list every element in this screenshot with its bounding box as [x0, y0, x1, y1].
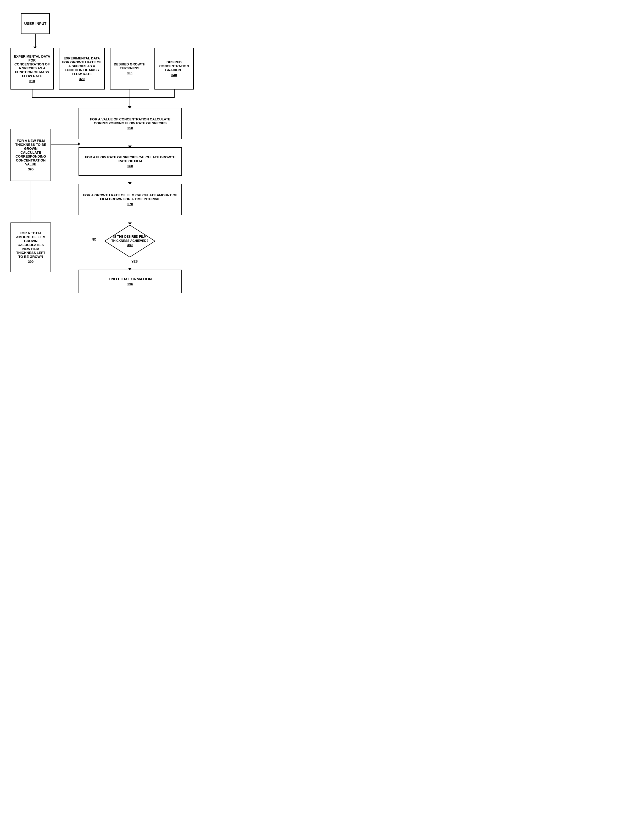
diamond-380-text: IS THE DESIRED FILM THICKNESS ACHIEVED? …	[104, 235, 156, 247]
line-merge-down	[130, 98, 130, 107]
arrowhead-395-right	[78, 142, 80, 146]
box-320-num: 320	[79, 77, 85, 81]
box-395: FOR A NEW FILM THICKNESS TO BE GROWN CAL…	[10, 129, 51, 181]
box-310-label: EXPERIMENTAL DATA FOR CONCENTRATION OF A…	[14, 54, 51, 78]
box-330-num: 330	[127, 71, 133, 75]
box-370: FOR A GROWTH RATE OF FILM CALCULATE AMOU…	[78, 184, 182, 215]
box-320: EXPERIMENTAL DATA FOR GROWTH RATE OF A S…	[59, 48, 105, 90]
box-350-num: 350	[128, 126, 133, 130]
box-370-num: 370	[128, 202, 133, 206]
box-395-label: FOR A NEW FILM THICKNESS TO BE GROWN CAL…	[14, 139, 48, 166]
line-330-down	[130, 90, 130, 98]
box-396-label: END FILM FORMATION	[109, 277, 152, 281]
box-330: DESIRED GROWTH THICKNESS 330	[110, 48, 149, 90]
box-360-label: FOR A FLOW RATE OF SPECIES CALCULATE GRO…	[82, 155, 179, 163]
yes-label: YES	[131, 260, 138, 263]
user-input-label: USER INPUT	[24, 21, 46, 26]
arrow-390-up	[30, 181, 31, 223]
box-340: DESIRED CONCENTRATION GRADIENT 340	[154, 48, 194, 90]
line-310-down	[32, 90, 32, 98]
box-320-label: EXPERIMENTAL DATA FOR GROWTH RATE OF A S…	[62, 56, 102, 76]
arrow-yes-down	[130, 258, 130, 269]
box-340-label: DESIRED CONCENTRATION GRADIENT	[158, 60, 190, 72]
diamond-380: IS THE DESIRED FILM THICKNESS ACHIEVED? …	[104, 224, 156, 258]
box-390: FOR A TOTAL AMOUNT OF FILM GROWN CALUCUL…	[10, 222, 51, 272]
diamond-380-label: IS THE DESIRED FILM THICKNESS ACHIEVED?	[111, 235, 149, 243]
line-merge-h	[32, 98, 174, 98]
user-input-box: USER INPUT	[21, 13, 50, 34]
flowchart: USER INPUT EXPERIMENTAL DATA FOR CONCENT…	[8, 8, 228, 317]
box-360-num: 360	[128, 164, 133, 168]
box-396: END FILM FORMATION 396	[78, 270, 182, 293]
box-395-num: 395	[28, 167, 34, 171]
box-390-label: FOR A TOTAL AMOUNT OF FILM GROWN CALUCUL…	[14, 231, 48, 259]
box-310: EXPERIMENTAL DATA FOR CONCENTRATION OF A…	[10, 48, 54, 90]
box-350: FOR A VALUE OF CONCENTRATION CALCULATE C…	[78, 108, 182, 139]
arrow-userinput-down	[35, 34, 35, 47]
line-340-down	[174, 90, 174, 98]
diamond-380-num: 380	[127, 243, 133, 247]
box-396-num: 396	[128, 282, 133, 286]
arrow-395-350	[51, 144, 79, 144]
box-310-num: 310	[29, 79, 35, 83]
box-340-num: 340	[171, 73, 177, 77]
box-360: FOR A FLOW RATE OF SPECIES CALCULATE GRO…	[78, 147, 182, 176]
box-370-label: FOR A GROWTH RATE OF FILM CALCULATE AMOU…	[82, 193, 179, 201]
line-320-down	[82, 90, 82, 98]
arrow-no-h	[48, 241, 104, 242]
box-330-label: DESIRED GROWTH THICKNESS	[113, 62, 146, 70]
box-350-label: FOR A VALUE OF CONCENTRATION CALCULATE C…	[82, 117, 179, 125]
box-390-num: 390	[28, 260, 34, 264]
